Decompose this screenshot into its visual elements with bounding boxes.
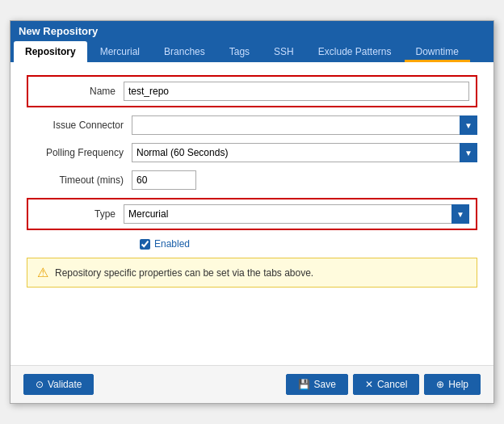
enabled-checkbox[interactable] bbox=[140, 239, 150, 250]
help-button[interactable]: ⊕ Help bbox=[424, 374, 481, 395]
name-input[interactable] bbox=[124, 82, 469, 101]
cancel-button[interactable]: ✕ Cancel bbox=[353, 374, 419, 395]
dialog-titlebar: New Repository bbox=[10, 21, 494, 41]
name-control bbox=[124, 82, 469, 101]
save-button[interactable]: 💾 Save bbox=[286, 374, 348, 395]
validate-button[interactable]: ⊙ Validate bbox=[23, 374, 94, 395]
timeout-row: Timeout (mins) bbox=[27, 170, 477, 190]
validate-icon: ⊙ bbox=[36, 379, 44, 390]
timeout-input[interactable] bbox=[132, 170, 196, 190]
tab-mercurial[interactable]: Mercurial bbox=[89, 41, 151, 62]
issue-connector-select[interactable] bbox=[132, 115, 477, 135]
timeout-control bbox=[132, 170, 477, 190]
issue-connector-label: Issue Connector bbox=[27, 120, 132, 131]
issue-connector-row: Issue Connector ▼ bbox=[27, 115, 477, 135]
polling-freq-label: Polling Frequency bbox=[27, 147, 132, 158]
type-label: Type bbox=[35, 208, 124, 220]
tab-exclude-patterns[interactable]: Exclude Patterns bbox=[307, 41, 403, 62]
warning-icon: ⚠ bbox=[37, 265, 48, 280]
new-repository-dialog: New Repository Repository Mercurial Bran… bbox=[10, 20, 494, 404]
enabled-label: Enabled bbox=[154, 238, 190, 250]
dialog-footer: ⊙ Validate 💾 Save ✕ Cancel ⊕ Help bbox=[10, 365, 494, 403]
timeout-label: Timeout (mins) bbox=[27, 174, 132, 186]
polling-freq-select-wrapper: Normal (60 Seconds) ▼ bbox=[132, 143, 477, 162]
tab-ssh[interactable]: SSH bbox=[262, 41, 305, 62]
tab-repository[interactable]: Repository bbox=[14, 41, 87, 62]
issue-connector-control: ▼ bbox=[132, 115, 477, 135]
cancel-icon: ✕ bbox=[365, 379, 373, 390]
tab-bar: Repository Mercurial Branches Tags SSH E… bbox=[10, 41, 494, 62]
footer-right-buttons: 💾 Save ✕ Cancel ⊕ Help bbox=[286, 374, 481, 395]
polling-freq-select[interactable]: Normal (60 Seconds) bbox=[132, 143, 477, 162]
dialog-body: Name Issue Connector ▼ Polling Frequency bbox=[10, 62, 494, 365]
tab-active-indicator bbox=[405, 60, 470, 62]
save-icon: 💾 bbox=[298, 379, 310, 390]
type-select[interactable]: Mercurial bbox=[124, 204, 469, 224]
name-label: Name bbox=[35, 86, 124, 97]
dialog-title: New Repository bbox=[19, 25, 98, 37]
info-box: ⚠ Repository specific properties can be … bbox=[27, 258, 477, 288]
tab-branches[interactable]: Branches bbox=[153, 41, 216, 62]
polling-freq-control: Normal (60 Seconds) ▼ bbox=[132, 143, 477, 162]
enabled-row: Enabled bbox=[27, 238, 477, 250]
issue-connector-select-wrapper: ▼ bbox=[132, 115, 477, 135]
name-field-row: Name bbox=[27, 75, 477, 107]
bottom-spacer bbox=[27, 288, 477, 352]
info-text: Repository specific properties can be se… bbox=[55, 267, 313, 279]
type-field-row: Type Mercurial ▼ bbox=[27, 198, 477, 230]
type-control: Mercurial ▼ bbox=[124, 204, 469, 224]
tab-downtime[interactable]: Downtime bbox=[405, 41, 470, 62]
tab-tags[interactable]: Tags bbox=[218, 41, 261, 62]
help-icon: ⊕ bbox=[436, 379, 444, 390]
type-select-wrapper: Mercurial ▼ bbox=[124, 204, 469, 224]
polling-freq-row: Polling Frequency Normal (60 Seconds) ▼ bbox=[27, 143, 477, 162]
